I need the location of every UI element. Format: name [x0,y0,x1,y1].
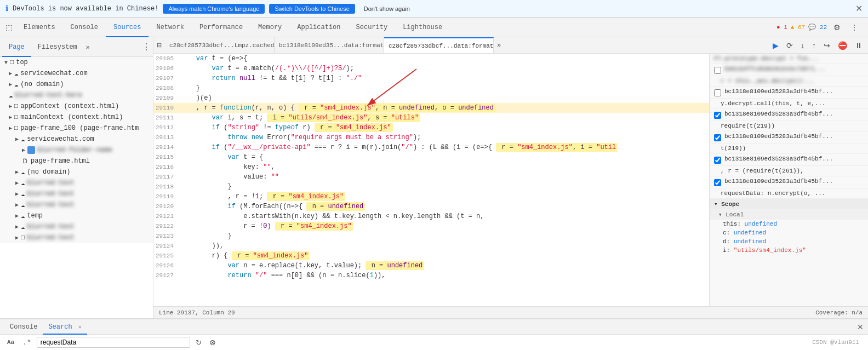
breakpoint-checkbox[interactable] [714,89,721,96]
tab-application[interactable]: Application [289,18,348,37]
var-value: "utils/sm4_index.js" [734,247,806,254]
code-line-29108: 29108 } [153,83,709,93]
breakpoint-checkbox[interactable] [714,134,721,141]
breakpoint-checkbox[interactable] [714,67,721,74]
debug-breakpoints-button[interactable]: ⛔ [835,39,850,52]
tab-console[interactable]: Console [63,18,106,37]
tree-item-blurred-folder[interactable]: ▶ blurred-folder-name [0,145,153,156]
case-sensitive-toggle[interactable]: Aa [4,337,17,347]
dont-show-button[interactable]: Don't show again [359,4,414,14]
inspect-icon-button[interactable]: ⬚ [2,21,16,34]
debug-step-in-button[interactable]: ↓ [797,39,808,52]
tab-lighthouse[interactable]: Lighthouse [395,18,450,37]
debug-step-out-button[interactable]: ↑ [809,39,819,52]
switch-chinese-button[interactable]: Switch DevTools to Chinese [269,4,355,14]
tab-nav-left-button[interactable]: ⊟ [153,39,165,51]
right-panel-item[interactable]: bc1318e8109ed35283a3dfb45bf... [710,87,868,99]
breakpoint-checkbox[interactable] [714,179,721,186]
tree-item-label: top [16,59,28,66]
regex-toggle[interactable]: .* [20,337,33,348]
main-toolbar: ⬚ Elements Console Sources Network Perfo… [0,18,868,37]
tree-item-pagefile[interactable]: 🗋 page-frame.html [0,156,153,167]
tree-item-nodomain1[interactable]: ▶ ☁ (no domain) [0,79,153,90]
item-text: bc1318e8109ed35283a3dfb45bf... [724,133,833,140]
debug-pause-button[interactable]: ⏸ [852,39,866,52]
file-tab-formatted2[interactable]: c28cf285733dbcf...data:formatted ✕ [384,37,494,54]
right-panel-item[interactable]: FY.prototype.decrypt = fun... [710,54,868,64]
more-options-button[interactable]: ⋮ [847,21,861,34]
tree-item-blurred3[interactable]: ▶ ☁ blurred-text [0,188,153,199]
scope-local-header: ▾ Local [710,209,868,220]
settings-button[interactable]: ⚙ [830,21,844,34]
refresh-search-button[interactable]: ↻ [193,337,204,348]
right-panel-item[interactable]: bc1318e8109ed35283a3dfb45bf... [710,131,868,144]
right-panel-item[interactable]: requestData: n.encrypt(o, ... [710,188,868,199]
item-text: t(219)) [721,145,746,152]
debug-play-button[interactable]: ▶ [769,39,782,52]
code-editor[interactable]: 29105 var t = (e=>{ 29106 var t = e.matc… [153,54,709,306]
code-line-29122: 29122 r = !0) r = "sm4_index.js" [153,221,709,231]
close-search-tab-icon[interactable]: ✕ [78,324,82,330]
tree-item-servicewechat2[interactable]: ▶ ☁ servicewechat.com [0,134,153,145]
more-tabs-button[interactable]: » [84,43,92,51]
tab-performance[interactable]: Performance [192,18,250,37]
tree-item-maincontext[interactable]: ▶ □ mainContext (context.html) [0,112,153,123]
tree-item-label: (no domain) [27,168,70,176]
cancel-search-button[interactable]: ⊗ [207,337,218,348]
tree-item-blurred1[interactable]: ☁ blurred-text-here [0,90,153,101]
right-panel-item[interactable]: bc1318e8109ed35283a3dfb45bf... [710,109,868,121]
bottom-tab-console[interactable]: Console [4,319,43,335]
debug-step-button[interactable]: ↪ [820,39,833,52]
cloud-icon: ☁ [21,135,25,144]
scope-var-i: i: "utils/sm4_index.js" [710,246,868,255]
breakpoint-checkbox[interactable] [714,112,721,119]
tab-network[interactable]: Network [149,18,191,37]
tree-item-nodomain2[interactable]: ▶ ☁ (no domain) [0,167,153,177]
right-panel-item[interactable]: b98193ffcd5d829cb43c7d571... [710,64,868,76]
right-panel-item[interactable]: bc1318e8109ed35283a3dfb45bf... [710,176,868,188]
right-panel-item[interactable]: require(t(219)) [710,121,868,131]
arrow-icon: ▶ [9,114,12,121]
item-text: b98193ffcd5d829cb43c7d571... [724,66,826,72]
tree-item-appcontext[interactable]: ▶ □ appContext (context.html) [0,101,153,112]
right-panel-item[interactable]: r = this._aes.decrypt(r... [710,76,868,87]
right-panel-item[interactable]: , r = (require(t(261)), [710,166,868,176]
more-file-tabs-button[interactable]: » [494,42,504,49]
arrow-icon: ▶ [15,223,19,230]
tree-item-label: blurred-text [27,179,74,187]
bottom-tab-search[interactable]: Search ✕ [43,319,87,335]
tree-item-pageframe[interactable]: ▶ □ page-frame_100 (page-frame.htm [0,123,153,134]
breakpoint-checkbox[interactable] [714,157,721,164]
file-tab-cachedata[interactable]: c28cf285733dbcf...Lmpz.cachedata [165,37,275,54]
tree-item-blurred2[interactable]: ▶ ☁ blurred-text [0,177,153,188]
tab-filesystem[interactable]: Filesystem [31,37,84,57]
tree-item-blurred6[interactable]: ▶ □ blurred-text [0,232,153,243]
sidebar-options-button[interactable]: ⋮ [142,42,151,52]
tree-item-blurred4[interactable]: ▶ ☁ blurred-text [0,199,153,210]
tree-item-servicewechat1[interactable]: ▶ ☁ servicewechat.com [0,68,153,79]
cloud-icon: ☁ [21,179,25,187]
item-text: requestData: n.encrypt(o, ... [721,190,825,197]
code-line-29121: 29121 e.startsWith(n.key) && t.key.lengt… [153,211,709,221]
tree-item-top[interactable]: ▼ □ top [0,57,153,68]
notification-close-button[interactable]: ✕ [855,3,863,14]
tab-security[interactable]: Security [349,18,396,37]
debug-step-over-button[interactable]: ⟳ [783,39,796,52]
code-line-29110: 29110 , r = function(r, n, o) { r = "sm4… [153,103,709,113]
tab-page[interactable]: Page [2,37,31,57]
tab-sources[interactable]: Sources [106,18,149,37]
right-panel-item[interactable]: bc1318e8109ed35283a3dfb45bf... [710,154,868,166]
arrow-icon: ▶ [15,202,19,208]
right-panel-item[interactable]: t(219)) [710,144,868,154]
close-bottom-panel-button[interactable]: ✕ [857,323,864,331]
tab-memory[interactable]: Memory [250,18,289,37]
right-panel-item[interactable]: y.decrypt.call(this, t, e,... [710,99,868,109]
tab-elements[interactable]: Elements [16,18,63,37]
tree-item-label: page-frame.html [31,157,90,165]
file-tab-formatted1[interactable]: bc1318e8109ed35...data:formatted [275,37,384,54]
match-language-button[interactable]: Always match Chrome's language [163,4,265,14]
tree-item-blurred5[interactable]: ▶ ☁ blurred-text [0,221,153,232]
search-input[interactable] [37,337,190,348]
cloud-icon: ☁ [14,70,18,78]
tree-item-temp[interactable]: ▶ ☁ temp [0,210,153,221]
